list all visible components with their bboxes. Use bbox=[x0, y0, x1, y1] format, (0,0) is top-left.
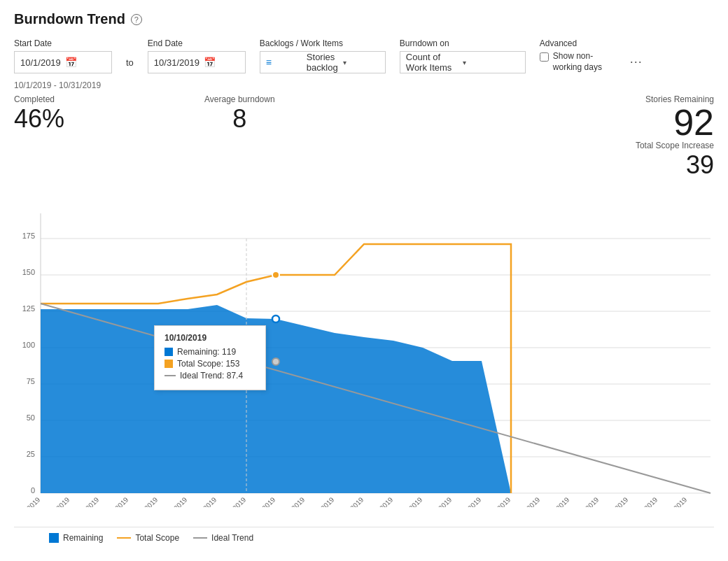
more-options-button[interactable]: ··· bbox=[630, 55, 643, 69]
tooltip-scope-swatch bbox=[164, 360, 173, 368]
burndown-on-group: Burndown on Count of Work Items ▾ bbox=[400, 38, 526, 73]
end-date-group: End Date 10/31/2019 📅 bbox=[148, 38, 246, 73]
burndown-on-label: Burndown on bbox=[400, 38, 526, 48]
svg-text:150: 150 bbox=[22, 268, 35, 276]
total-scope-value: 39 bbox=[636, 150, 714, 180]
tooltip-trend-swatch bbox=[164, 375, 176, 376]
start-date-group: Start Date 10/1/2019 📅 bbox=[14, 38, 112, 73]
date-range-label: 10/1/2019 - 10/31/2019 bbox=[14, 80, 714, 90]
tooltip-remaining: Remaining: 119 bbox=[177, 347, 236, 357]
svg-text:125: 125 bbox=[22, 304, 35, 313]
tooltip-date: 10/10/2019 bbox=[164, 333, 255, 343]
burndown-value: 8 bbox=[204, 104, 275, 134]
svg-text:10/16/2019: 10/16/2019 bbox=[335, 495, 365, 507]
svg-point-20 bbox=[272, 271, 279, 278]
completed-value: 46% bbox=[14, 104, 64, 134]
tooltip-trend: Ideal Trend: 87.4 bbox=[180, 371, 243, 381]
calendar-icon: 📅 bbox=[65, 57, 106, 68]
burndown-label: Average burndown bbox=[204, 94, 275, 104]
svg-text:10/24/2019: 10/24/2019 bbox=[511, 495, 541, 507]
backlog-dropdown[interactable]: ≡ Stories backlog ▾ bbox=[260, 51, 386, 73]
completed-stat: Completed 46% bbox=[14, 94, 64, 134]
page-title: Burndown Trend bbox=[14, 11, 125, 27]
legend-remaining-icon bbox=[49, 533, 59, 543]
legend-total-scope: Total Scope bbox=[117, 533, 179, 543]
chart-area: 0 25 50 75 100 125 150 175 bbox=[14, 185, 714, 521]
svg-point-21 bbox=[272, 315, 279, 322]
svg-text:25: 25 bbox=[27, 450, 35, 458]
show-nonworking-checkbox[interactable] bbox=[540, 52, 549, 62]
svg-text:10/23/2019: 10/23/2019 bbox=[482, 495, 512, 507]
svg-text:10/25/2019: 10/25/2019 bbox=[540, 495, 570, 507]
svg-text:10/4/2019: 10/4/2019 bbox=[102, 495, 130, 507]
svg-point-22 bbox=[272, 358, 279, 365]
completed-label: Completed bbox=[14, 94, 64, 104]
right-stats: Stories Remaining 92 Total Scope Increas… bbox=[636, 94, 714, 180]
legend-scope-label: Total Scope bbox=[135, 533, 179, 543]
svg-text:10/2/2019: 10/2/2019 bbox=[43, 495, 71, 507]
svg-text:10/14/2019: 10/14/2019 bbox=[276, 495, 306, 507]
legend-scope-icon bbox=[117, 537, 131, 539]
advanced-label: Advanced bbox=[540, 38, 616, 48]
svg-text:10/10/2019: 10/10/2019 bbox=[217, 495, 247, 507]
to-separator: to bbox=[126, 57, 134, 68]
svg-text:10/17/2019: 10/17/2019 bbox=[364, 495, 394, 507]
start-date-label: Start Date bbox=[14, 38, 112, 48]
svg-text:10/1/2019: 10/1/2019 bbox=[14, 495, 42, 507]
svg-text:10/21/2019: 10/21/2019 bbox=[423, 495, 453, 507]
svg-text:0: 0 bbox=[31, 486, 35, 495]
stories-remaining-value: 92 bbox=[636, 104, 714, 141]
tooltip-remaining-swatch bbox=[164, 348, 173, 356]
svg-text:10/3/2019: 10/3/2019 bbox=[73, 495, 101, 507]
legend-trend-icon bbox=[193, 537, 207, 539]
svg-text:50: 50 bbox=[27, 413, 35, 422]
legend-remaining: Remaining bbox=[49, 533, 103, 543]
legend-trend-label: Ideal Trend bbox=[211, 533, 253, 543]
svg-text:175: 175 bbox=[22, 232, 35, 240]
end-date-label: End Date bbox=[148, 38, 246, 48]
svg-text:10/15/2019: 10/15/2019 bbox=[305, 495, 335, 507]
legend-row: Remaining Total Scope Ideal Trend bbox=[14, 527, 714, 543]
svg-text:10/30/2019: 10/30/2019 bbox=[629, 495, 659, 507]
svg-text:100: 100 bbox=[22, 341, 35, 349]
chevron-down-icon: ▾ bbox=[343, 59, 379, 66]
burndown-stat: Average burndown 8 bbox=[204, 94, 275, 134]
svg-text:75: 75 bbox=[27, 377, 35, 385]
svg-text:10/11/2019: 10/11/2019 bbox=[246, 495, 276, 507]
total-scope-label: Total Scope Increase bbox=[636, 141, 714, 150]
backlog-label: Backlogs / Work Items bbox=[260, 38, 386, 48]
legend-remaining-label: Remaining bbox=[63, 533, 103, 543]
svg-text:10/9/2019: 10/9/2019 bbox=[190, 495, 218, 507]
chevron-down-icon-2: ▾ bbox=[463, 59, 519, 66]
advanced-group: Advanced Show non-working days bbox=[540, 38, 616, 73]
svg-text:10/22/2019: 10/22/2019 bbox=[452, 495, 482, 507]
show-nonworking-label: Show non-working days bbox=[553, 51, 616, 73]
svg-text:10/28/2019: 10/28/2019 bbox=[570, 495, 600, 507]
svg-text:10/8/2019: 10/8/2019 bbox=[161, 495, 189, 507]
start-date-input[interactable]: 10/1/2019 📅 bbox=[14, 51, 112, 73]
backlog-icon: ≡ bbox=[266, 57, 302, 68]
burndown-on-dropdown[interactable]: Count of Work Items ▾ bbox=[400, 51, 526, 73]
chart-tooltip: 10/10/2019 Remaining: 119 Total Scope: 1… bbox=[154, 325, 266, 390]
svg-text:10/31/2019: 10/31/2019 bbox=[658, 495, 688, 507]
backlog-group: Backlogs / Work Items ≡ Stories backlog … bbox=[260, 38, 386, 73]
help-icon[interactable]: ? bbox=[131, 14, 142, 25]
svg-text:10/29/2019: 10/29/2019 bbox=[599, 495, 629, 507]
legend-ideal-trend: Ideal Trend bbox=[193, 533, 253, 543]
svg-text:10/7/2019: 10/7/2019 bbox=[132, 495, 160, 507]
calendar-icon-end: 📅 bbox=[204, 57, 239, 68]
tooltip-scope: Total Scope: 153 bbox=[177, 359, 239, 369]
end-date-input[interactable]: 10/31/2019 📅 bbox=[148, 51, 246, 73]
svg-text:10/18/2019: 10/18/2019 bbox=[393, 495, 424, 507]
